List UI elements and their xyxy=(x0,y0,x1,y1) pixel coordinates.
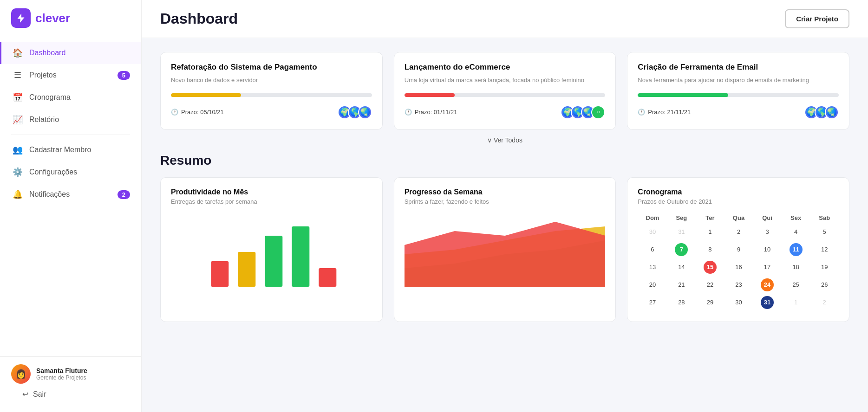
sidebar-item-dashboard[interactable]: 🏠 Dashboard xyxy=(0,42,141,64)
cal-day-3[interactable]: 3 xyxy=(753,223,782,241)
cal-day-2-nov: 2 xyxy=(810,294,839,311)
cal-day-27[interactable]: 27 xyxy=(638,294,667,311)
cal-day-30[interactable]: 30 xyxy=(724,294,753,311)
cal-day-14[interactable]: 14 xyxy=(667,258,696,276)
svg-rect-2 xyxy=(265,236,282,287)
bar-chart-container: 27-03 04-10 11-17 18-24 25-31 xyxy=(171,212,372,296)
cal-week-3: 13 14 15 16 17 18 19 xyxy=(638,258,839,276)
cal-day-20[interactable]: 20 xyxy=(638,276,667,294)
progress-bar-2 xyxy=(405,93,606,97)
list-icon: ☰ xyxy=(13,70,23,80)
cal-day-16[interactable]: 16 xyxy=(724,258,753,276)
user-name: Samanta Fluture xyxy=(36,367,87,374)
cal-day-4[interactable]: 4 xyxy=(782,223,810,241)
logo-text: clever xyxy=(35,11,70,26)
calendar-table: Dom Seg Ter Qua Qui Sex Sab 30 xyxy=(638,212,839,311)
cal-day-5[interactable]: 5 xyxy=(810,223,839,241)
cal-day-2[interactable]: 2 xyxy=(724,223,753,241)
sidebar-nav: 🏠 Dashboard ☰ Projetos 5 📅 Cronograma 📈 … xyxy=(0,36,141,356)
cal-day-31-sep: 31 xyxy=(667,223,696,241)
cal-day-11[interactable]: 11 xyxy=(782,241,810,258)
produtividade-desc: Entregas de tarefas por semana xyxy=(171,198,372,205)
cal-day-10[interactable]: 10 xyxy=(753,241,782,258)
main-header: Dashboard Criar Projeto xyxy=(142,0,868,38)
sidebar-label-projetos: Projetos xyxy=(29,71,57,79)
cal-day-18[interactable]: 18 xyxy=(782,258,810,276)
users-icon: 👥 xyxy=(13,145,23,155)
user-role: Gerente de Projetos xyxy=(36,374,87,381)
avatar-2-4: +1 xyxy=(591,105,605,119)
project-desc-3: Nova ferramenta para ajudar no disparo d… xyxy=(638,76,839,85)
produtividade-title: Produtividade no Mês xyxy=(171,188,372,196)
avatars-3: 🌍 🌎 🌏 xyxy=(804,105,839,119)
sidebar-item-cadastrar[interactable]: 👥 Cadastrar Membro xyxy=(0,139,141,161)
cal-day-8[interactable]: 8 xyxy=(696,241,724,258)
cal-day-28[interactable]: 28 xyxy=(667,294,696,311)
logo-area: clever xyxy=(0,0,141,36)
cal-day-30-sep: 30 xyxy=(638,223,667,241)
cal-day-22[interactable]: 22 xyxy=(696,276,724,294)
card-footer-1: 🕐 Prazo: 05/10/21 🌍 🌎 🌏 xyxy=(171,105,372,119)
cal-day-1[interactable]: 1 xyxy=(696,223,724,241)
projetos-badge: 5 xyxy=(117,71,130,80)
bolt-icon xyxy=(15,13,26,24)
area-chart-svg: Project 1 Project 2 Project 3 xyxy=(405,212,606,287)
sidebar-item-relatorio[interactable]: 📈 Relatório xyxy=(0,109,141,131)
ver-todos-button[interactable]: ∨ Ver Todos xyxy=(160,132,849,148)
sidebar-item-notificacoes[interactable]: 🔔 Notificações 2 xyxy=(0,183,141,206)
cal-day-29[interactable]: 29 xyxy=(696,294,724,311)
cal-day-6[interactable]: 6 xyxy=(638,241,667,258)
cal-day-24[interactable]: 24 xyxy=(753,276,782,294)
prazo-1: 🕐 Prazo: 05/10/21 xyxy=(171,109,224,116)
bar-chart-svg: 27-03 04-10 11-17 18-24 25-31 xyxy=(171,212,372,287)
clock-icon-1: 🕐 xyxy=(171,109,178,116)
sidebar-label-configuracoes: Configurações xyxy=(29,168,77,176)
cal-day-1-nov: 1 xyxy=(782,294,810,311)
cal-day-26[interactable]: 26 xyxy=(810,276,839,294)
cal-sab: Sab xyxy=(810,212,839,223)
svg-rect-4 xyxy=(319,268,336,287)
cal-dom: Dom xyxy=(638,212,667,223)
cal-day-15[interactable]: 15 xyxy=(696,258,724,276)
calendar: Dom Seg Ter Qua Qui Sex Sab 30 xyxy=(638,212,839,311)
divider-1 xyxy=(11,135,130,135)
cal-day-31[interactable]: 31 xyxy=(753,294,782,311)
cal-day-17[interactable]: 17 xyxy=(753,258,782,276)
cal-day-12[interactable]: 12 xyxy=(810,241,839,258)
cal-day-21[interactable]: 21 xyxy=(667,276,696,294)
cal-day-19[interactable]: 19 xyxy=(810,258,839,276)
cal-week-2: 6 7 8 9 10 11 12 xyxy=(638,241,839,258)
home-icon: 🏠 xyxy=(13,48,23,58)
progresso-desc: Sprints a fazer, fazendo e feitos xyxy=(405,198,606,205)
avatar-3-3: 🌏 xyxy=(825,105,839,119)
svg-rect-3 xyxy=(292,226,309,287)
user-profile: 👩 Samanta Fluture Gerente de Projetos xyxy=(11,364,130,384)
sidebar-item-cronograma[interactable]: 📅 Cronograma xyxy=(0,86,141,109)
cal-day-7[interactable]: 7 xyxy=(667,241,696,258)
sidebar-item-projetos[interactable]: ☰ Projetos 5 xyxy=(0,64,141,86)
avatars-1: 🌍 🌎 🌏 xyxy=(338,105,372,119)
cal-day-13[interactable]: 13 xyxy=(638,258,667,276)
chart-icon: 📈 xyxy=(13,115,23,125)
progresso-card: Progresso da Semana Sprints a fazer, faz… xyxy=(394,177,616,322)
logout-label: Sair xyxy=(33,390,46,399)
svg-rect-1 xyxy=(238,252,255,287)
logout-button[interactable]: ↩ Sair xyxy=(11,384,130,405)
cal-day-25[interactable]: 25 xyxy=(782,276,810,294)
cronograma-title: Cronograma xyxy=(638,188,839,196)
cal-day-9[interactable]: 9 xyxy=(724,241,753,258)
sidebar-bottom: 👩 Samanta Fluture Gerente de Projetos ↩ … xyxy=(0,356,141,412)
logout-icon: ↩ xyxy=(22,390,28,399)
cal-day-23[interactable]: 23 xyxy=(724,276,753,294)
sidebar-label-dashboard: Dashboard xyxy=(29,49,65,57)
project-title-2: Lançamento do eCommerce xyxy=(405,63,606,72)
svg-marker-12 xyxy=(405,222,606,287)
sidebar-label-cronograma: Cronograma xyxy=(29,93,71,102)
avatar: 👩 xyxy=(11,364,31,384)
criar-projeto-button[interactable]: Criar Projeto xyxy=(785,9,849,28)
prazo-2: 🕐 Prazo: 01/11/21 xyxy=(405,109,457,116)
cal-week-1: 30 31 1 2 3 4 5 xyxy=(638,223,839,241)
project-card-2: Lançamento do eCommerce Uma loja virtual… xyxy=(394,52,616,130)
sidebar-item-configuracoes[interactable]: ⚙️ Configurações xyxy=(0,161,141,183)
main-content: Dashboard Criar Projeto Refatoração do S… xyxy=(142,0,868,412)
